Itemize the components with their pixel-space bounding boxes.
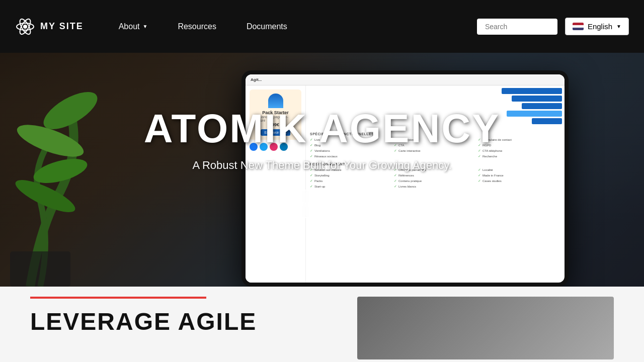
hero-subtitle: A Robust New Theme Built for Your Growin… (10, 159, 634, 172)
hero-content: ATOMIK AGENCY A Robust New Theme Built f… (0, 109, 644, 218)
brand-name: MY SITE (40, 21, 84, 32)
svg-point-0 (23, 25, 27, 29)
nav-links: About ▼ Resources Documents (104, 17, 477, 36)
nav-documents[interactable]: Documents (231, 17, 302, 36)
nav-right: English ▼ (477, 18, 629, 35)
below-image (357, 297, 614, 359)
red-divider (30, 297, 206, 299)
hero-title: ATOMIK AGENCY (10, 109, 634, 149)
language-selector[interactable]: English ▼ (565, 18, 629, 35)
below-left-content: LEVERAGE AGILE (30, 297, 357, 335)
learn-more-button[interactable]: Learn More (265, 190, 379, 218)
below-hero-section: LEVERAGE AGILE (0, 287, 644, 362)
nav-resources[interactable]: Resources (163, 17, 231, 36)
tablet-header: Agit... (246, 74, 565, 85)
below-title: LEVERAGE AGILE (30, 308, 337, 335)
below-image-bg (357, 297, 614, 359)
language-label: English (588, 22, 612, 31)
chevron-down-icon: ▼ (616, 24, 621, 29)
logo-area[interactable]: MY SITE (15, 17, 84, 37)
navbar: MY SITE About ▼ Resources Documents Engl… (0, 0, 644, 53)
nav-about[interactable]: About ▼ (104, 17, 163, 36)
chevron-down-icon: ▼ (143, 24, 148, 29)
atom-icon (15, 17, 35, 37)
us-flag-icon (573, 23, 584, 30)
search-input[interactable] (477, 19, 557, 35)
